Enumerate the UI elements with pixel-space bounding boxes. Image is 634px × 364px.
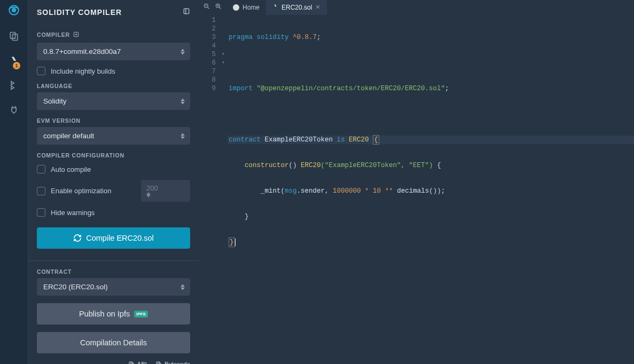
contract-value: ERC20 (ERC20.sol) xyxy=(43,283,108,291)
zoom-in-icon[interactable] xyxy=(215,3,222,12)
abi-label: ABI xyxy=(137,361,147,364)
bytecode-label: Bytecode xyxy=(165,361,190,364)
svg-point-1 xyxy=(12,9,16,12)
svg-rect-4 xyxy=(184,9,189,13)
deploy-icon[interactable] xyxy=(9,80,19,93)
zoom-out-icon[interactable] xyxy=(203,3,210,12)
include-nightly-checkbox[interactable] xyxy=(37,67,45,75)
code-editor[interactable]: 1 2 3 4 5 6 7 8 9 ▾ ▾ pragma solidity ^0… xyxy=(199,15,634,364)
compiler-label: COMPILER xyxy=(37,31,70,38)
copy-icon xyxy=(128,361,135,364)
publish-ipfs-label: Publish on Ipfs xyxy=(79,310,130,318)
auto-compile-checkbox[interactable] xyxy=(37,165,45,173)
solidity-compiler-icon[interactable]: 1 xyxy=(9,56,19,68)
code-line: contract ExampleERC20Token is ERC20 { xyxy=(228,136,634,144)
copy-abi-link[interactable]: ABI xyxy=(128,361,147,364)
contract-label: CONTRACT xyxy=(37,268,72,275)
svg-line-12 xyxy=(208,7,209,9)
editor-tabbar: Home ERC20.sol xyxy=(199,0,634,15)
auto-compile-label: Auto compile xyxy=(51,165,91,173)
tab-home[interactable]: Home xyxy=(226,0,266,15)
divider xyxy=(28,260,199,261)
compile-button-label: Compile ERC20.sol xyxy=(86,234,154,242)
tab-home-label: Home xyxy=(242,4,260,11)
panel-title: SOLIDITY COMPILER xyxy=(37,8,122,17)
publish-ipfs-button[interactable]: Publish on Ipfs IPFS xyxy=(37,303,190,325)
ipfs-badge-icon: IPFS xyxy=(134,311,148,318)
compilation-details-label: Compilation Details xyxy=(80,338,147,347)
contract-select[interactable]: ERC20 (ERC20.sol) xyxy=(37,278,190,296)
tab-erc20-label: ERC20.sol xyxy=(281,4,312,11)
code-line: } xyxy=(228,212,634,221)
plugin-manager-icon[interactable] xyxy=(9,105,19,117)
code-line xyxy=(228,59,634,67)
language-select[interactable]: Solidity xyxy=(37,92,190,110)
line-gutter: 1 2 3 4 5 6 7 8 9 xyxy=(199,15,220,364)
file-explorer-icon[interactable] xyxy=(9,31,19,44)
fold-column: ▾ ▾ xyxy=(220,15,226,364)
tab-erc20[interactable]: ERC20.sol xyxy=(266,0,327,15)
evm-version-value: compiler default xyxy=(43,132,94,140)
code-line: pragma solidity ^0.8.7; xyxy=(228,33,634,42)
code-line: constructor() ERC20("ExampleERC20Token",… xyxy=(228,161,634,170)
evm-version-select[interactable]: compiler default xyxy=(37,127,190,145)
language-value: Solidity xyxy=(43,97,67,105)
compiler-config-label: COMPILER CONFIGURATION xyxy=(37,152,124,159)
include-nightly-label: Include nightly builds xyxy=(51,67,115,75)
remix-logo-icon[interactable] xyxy=(7,3,21,19)
fold-marker-icon[interactable]: ▾ xyxy=(220,50,226,59)
svg-line-15 xyxy=(220,7,221,9)
refresh-icon xyxy=(73,234,82,242)
home-dot-icon xyxy=(233,4,239,11)
text-cursor xyxy=(235,239,236,246)
compilation-details-button[interactable]: Compilation Details xyxy=(37,332,190,353)
icon-sidebar: 1 xyxy=(0,0,28,364)
compiler-panel: SOLIDITY COMPILER COMPILER 0.8.7+commit.… xyxy=(28,0,199,364)
add-compiler-icon[interactable] xyxy=(73,30,79,39)
evm-version-label: EVM VERSION xyxy=(37,117,81,124)
copy-icon xyxy=(155,361,162,364)
compiler-version-select[interactable]: 0.8.7+commit.e28d00a7 xyxy=(37,43,190,60)
code-line: _mint(msg.sender, 1000000 * 10 ** decima… xyxy=(228,187,634,195)
warning-badge: 1 xyxy=(13,62,20,69)
optimization-runs-value: 200 xyxy=(146,184,158,192)
editor-area: Home ERC20.sol 1 2 3 4 5 6 7 8 xyxy=(199,0,634,364)
copy-bytecode-link[interactable]: Bytecode xyxy=(155,361,190,364)
code-line: } xyxy=(228,238,634,247)
enable-optimization-checkbox[interactable] xyxy=(37,187,45,195)
code-line: import "@openzeppelin/contracts/token/ER… xyxy=(228,84,634,93)
collapse-panel-icon[interactable] xyxy=(183,7,190,17)
fold-marker-icon[interactable]: ▾ xyxy=(220,59,226,67)
optimization-runs-input[interactable]: 200 xyxy=(141,180,190,202)
enable-optimization-label: Enable optimization xyxy=(51,187,111,195)
solidity-file-icon xyxy=(272,3,278,12)
compiler-version-value: 0.8.7+commit.e28d00a7 xyxy=(43,48,121,56)
compile-button[interactable]: Compile ERC20.sol xyxy=(37,227,190,249)
hide-warnings-checkbox[interactable] xyxy=(37,208,45,217)
code-line xyxy=(228,110,634,118)
code-content[interactable]: pragma solidity ^0.8.7; import "@openzep… xyxy=(226,15,634,364)
hide-warnings-label: Hide warnings xyxy=(51,209,95,217)
close-tab-icon[interactable] xyxy=(315,4,320,11)
language-label: LANGUAGE xyxy=(37,83,72,89)
